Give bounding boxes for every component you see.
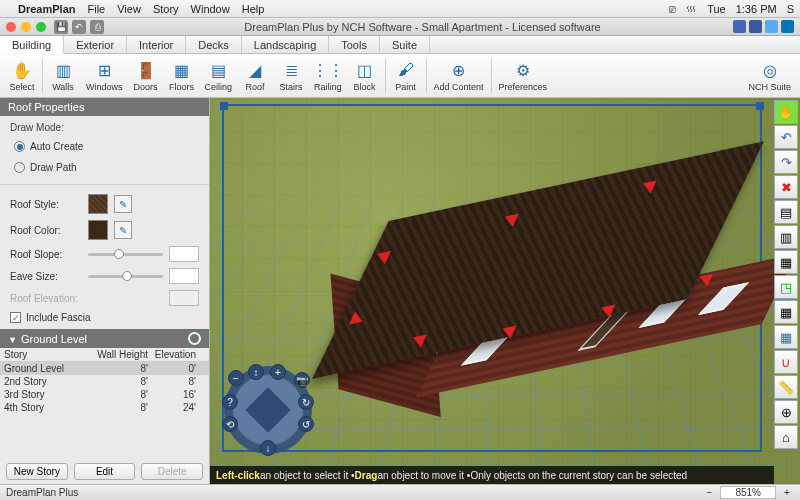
roof-style-picker-button[interactable]: ✎ — [114, 195, 132, 213]
layer-button[interactable]: ▦ — [774, 250, 798, 274]
tool-select[interactable]: ✋Select — [4, 59, 40, 92]
roof-style-label: Roof Style: — [10, 199, 82, 210]
table-row[interactable]: 2nd Story 8' 8' — [0, 375, 209, 388]
menu-window[interactable]: Window — [191, 3, 230, 15]
home-view-button[interactable]: ⌂ — [774, 425, 798, 449]
walls-icon: ▥ — [52, 59, 74, 81]
layer-button[interactable]: ▥ — [774, 225, 798, 249]
tool-ceiling[interactable]: ▤Ceiling — [200, 59, 238, 92]
selection-handle[interactable] — [756, 102, 764, 110]
hint-bar: Left-click an object to select it • Drag… — [210, 466, 774, 484]
floorplan-button[interactable]: ▦ — [774, 300, 798, 324]
roof-style-swatch[interactable] — [88, 194, 108, 214]
menubar-user[interactable]: S — [787, 3, 794, 15]
tab-decks[interactable]: Decks — [186, 36, 242, 53]
zoom-out-button[interactable]: − — [702, 487, 716, 498]
save-icon[interactable]: 💾 — [54, 20, 68, 34]
tool-block[interactable]: ◫Block — [347, 59, 383, 92]
tool-paint[interactable]: 🖌Paint — [388, 59, 424, 92]
zoom-out-icon[interactable]: − — [228, 370, 244, 386]
eave-size-slider[interactable] — [88, 275, 163, 278]
roof-slope-slider[interactable] — [88, 253, 163, 256]
tab-building[interactable]: Building — [0, 36, 64, 54]
undo-titlebar-icon[interactable]: ↶ — [72, 20, 86, 34]
zoom-window-button[interactable] — [36, 22, 46, 32]
tool-add-content[interactable]: ⊕Add Content — [429, 59, 489, 92]
rotate-right-icon[interactable]: ↻ — [298, 394, 314, 410]
reset-icon[interactable]: ⟲ — [222, 416, 238, 432]
measure-button[interactable]: 📏 — [774, 375, 798, 399]
roof-color-swatch[interactable] — [88, 220, 108, 240]
collapse-icon[interactable] — [188, 332, 201, 345]
draw-mode-auto-create[interactable]: Auto Create — [10, 139, 199, 154]
navigation-wheel[interactable]: − ↕ + 📷 ? ↻ ⟲ ↺ ↓ — [224, 366, 312, 454]
preferences-icon: ⚙ — [512, 59, 534, 81]
delete-story-button: Delete — [141, 463, 203, 480]
tab-landscaping[interactable]: Landscaping — [242, 36, 329, 53]
floors-icon: ▦ — [171, 59, 193, 81]
compass-button[interactable]: ⊕ — [774, 400, 798, 424]
roof-color-picker-button[interactable]: ✎ — [114, 221, 132, 239]
camera-icon[interactable]: 📷 — [294, 372, 310, 388]
tool-roof[interactable]: ◢Roof — [237, 59, 273, 92]
help-icon[interactable]: ? — [222, 394, 238, 410]
twitter-icon[interactable] — [765, 20, 778, 33]
tool-walls[interactable]: ▥Walls — [45, 59, 81, 92]
ground-level-section-header[interactable]: ▼Ground Level — [0, 329, 209, 348]
mac-menubar: DreamPlan File View Story Window Help ⎚ … — [0, 0, 800, 18]
viewport-tools: ✋ ↶ ↷ ✖ ▤ ▥ ▦ ◳ ▦ ▦ ∪ 📏 ⊕ ⌂ — [774, 98, 800, 484]
grid-button[interactable]: ▦ — [774, 325, 798, 349]
table-row[interactable]: Ground Level 8' 0' — [0, 362, 209, 375]
measure-icon: 📏 — [778, 380, 794, 395]
nch-suite-button[interactable]: ◎NCH Suite — [743, 59, 796, 92]
draw-mode-label: Draw Mode: — [10, 122, 199, 133]
linkedin-icon[interactable] — [781, 20, 794, 33]
facebook-icon[interactable] — [749, 20, 762, 33]
move-up-icon[interactable]: ↕ — [248, 364, 264, 380]
include-fascia-checkbox[interactable]: ✓ Include Fascia — [10, 312, 199, 323]
menu-story[interactable]: Story — [153, 3, 179, 15]
tab-tools[interactable]: Tools — [329, 36, 380, 53]
delete-button[interactable]: ✖ — [774, 175, 798, 199]
tool-windows[interactable]: ⊞Windows — [81, 59, 128, 92]
undo-button[interactable]: ↶ — [774, 125, 798, 149]
ceiling-icon: ▤ — [207, 59, 229, 81]
roof-slope-value[interactable] — [169, 246, 199, 262]
layer-button[interactable]: ▤ — [774, 200, 798, 224]
tool-floors[interactable]: ▦Floors — [164, 59, 200, 92]
pan-tool-button[interactable]: ✋ — [774, 100, 798, 124]
view-3d-button[interactable]: ◳ — [774, 275, 798, 299]
menu-file[interactable]: File — [87, 3, 105, 15]
rotate-left-icon[interactable]: ↺ — [298, 416, 314, 432]
app-menu[interactable]: DreamPlan — [18, 3, 75, 15]
wifi-icon[interactable]: ᯾ — [686, 3, 697, 15]
tool-railing[interactable]: ⋮⋮Railing — [309, 59, 347, 92]
tool-stairs[interactable]: ≣Stairs — [273, 59, 309, 92]
tab-suite[interactable]: Suite — [380, 36, 430, 53]
redo-button[interactable]: ↷ — [774, 150, 798, 174]
menu-view[interactable]: View — [117, 3, 141, 15]
new-story-button[interactable]: New Story — [6, 463, 68, 480]
zoom-level[interactable]: 851% — [720, 486, 776, 499]
menu-help[interactable]: Help — [242, 3, 265, 15]
print-icon[interactable]: ⎙ — [90, 20, 104, 34]
draw-mode-draw-path[interactable]: Draw Path — [10, 160, 199, 175]
like-icon[interactable] — [733, 20, 746, 33]
tool-preferences[interactable]: ⚙Preferences — [494, 59, 553, 92]
minimize-window-button[interactable] — [21, 22, 31, 32]
tab-interior[interactable]: Interior — [127, 36, 186, 53]
table-row[interactable]: 3rd Story 8' 16' — [0, 388, 209, 401]
selection-handle[interactable] — [220, 102, 228, 110]
zoom-in-button[interactable]: + — [780, 487, 794, 498]
snap-button[interactable]: ∪ — [774, 350, 798, 374]
edit-story-button[interactable]: Edit — [74, 463, 136, 480]
close-window-button[interactable] — [6, 22, 16, 32]
move-down-icon[interactable]: ↓ — [260, 440, 276, 456]
3d-viewport[interactable]: − ↕ + 📷 ? ↻ ⟲ ↺ ↓ ✋ ↶ ↷ ✖ ▤ ▥ ▦ ◳ ▦ ▦ ∪ … — [210, 98, 800, 484]
tab-exterior[interactable]: Exterior — [64, 36, 127, 53]
zoom-in-icon[interactable]: + — [270, 364, 286, 380]
table-row[interactable]: 4th Story 8' 24' — [0, 401, 209, 414]
screen-icon[interactable]: ⎚ — [669, 3, 676, 15]
tool-doors[interactable]: 🚪Doors — [128, 59, 164, 92]
eave-size-value[interactable] — [169, 268, 199, 284]
